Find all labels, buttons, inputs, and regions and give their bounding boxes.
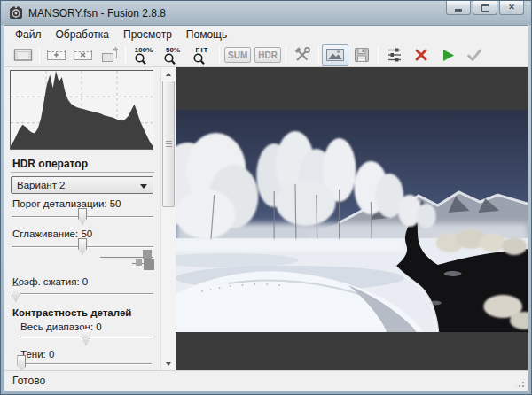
toolbar-separator — [378, 46, 379, 64]
add-frames-button[interactable] — [43, 44, 69, 66]
frame-button[interactable] — [10, 44, 36, 66]
menu-help[interactable]: Помощь — [179, 27, 234, 43]
divider — [11, 172, 154, 173]
apply-icon — [466, 47, 483, 63]
widget-handle[interactable] — [136, 259, 142, 266]
hdr-variant-select[interactable]: Вариант 2 — [11, 176, 153, 194]
menu-processing[interactable]: Обработка — [49, 27, 117, 43]
widget-handle[interactable] — [144, 259, 154, 270]
scroll-down-button[interactable] — [161, 357, 176, 370]
compression-label: Коэф. сжатия: 0 — [12, 276, 88, 287]
preview-image-button[interactable] — [322, 44, 348, 66]
client-area: Файл Обработка Просмотр Помощь — [4, 25, 528, 391]
toolbar-separator — [125, 46, 126, 64]
menu-file[interactable]: Файл — [8, 27, 49, 43]
title-bar[interactable]: MANSORY.fsn - Fusion 2.8.8 ✕ — [1, 1, 531, 25]
detail-threshold-label: Порог детализации: 50 — [12, 198, 121, 209]
hdr-variant-value: Вариант 2 — [17, 180, 66, 190]
slider-track — [12, 293, 153, 294]
adjustments-button[interactable] — [381, 44, 408, 66]
slider-compression[interactable] — [12, 293, 153, 295]
scrollbar-grip-icon — [166, 141, 172, 147]
panel-scrollbar[interactable] — [160, 67, 176, 370]
zoom-100-icon: 100% — [131, 45, 156, 66]
slider-thumb[interactable] — [78, 238, 87, 255]
cancel-icon — [413, 47, 429, 63]
svg-text:100%: 100% — [134, 46, 152, 54]
chevron-down-icon — [140, 184, 147, 192]
close-icon: ✕ — [508, 4, 515, 12]
app-window: MANSORY.fsn - Fusion 2.8.8 ✕ Файл Обрабо… — [0, 0, 532, 395]
hdr-operator-title: HDR оператор — [12, 158, 88, 170]
slider-thumb[interactable] — [82, 329, 90, 345]
scroll-up-button[interactable] — [161, 67, 176, 81]
app-icon — [9, 6, 23, 20]
window-title: MANSORY.fsn - Fusion 2.8.8 — [28, 7, 166, 19]
tools-icon — [293, 46, 312, 64]
close-button[interactable]: ✕ — [499, 1, 524, 15]
zoom-50-icon: 50% — [160, 45, 185, 66]
menu-bar: Файл Обработка Просмотр Помощь — [4, 26, 528, 43]
scrollbar-thumb[interactable] — [162, 81, 175, 207]
slider-detail-threshold[interactable] — [12, 216, 153, 218]
winter-landscape-photo — [176, 110, 528, 332]
parameters-panel: HDR оператор Вариант 2 Порог детализации… — [4, 67, 160, 370]
run-button[interactable] — [434, 44, 461, 66]
align-frames-icon — [98, 46, 120, 64]
zoom-fit-icon: FIT — [190, 45, 215, 66]
zoom-50-button[interactable]: 50% — [158, 44, 187, 66]
arrow-up-icon — [166, 73, 171, 76]
content-area: HDR оператор Вариант 2 Порог детализации… — [4, 67, 528, 370]
minimize-icon — [455, 9, 462, 12]
menu-view[interactable]: Просмотр — [116, 27, 179, 43]
slider-track — [20, 363, 152, 364]
apply-button[interactable] — [461, 44, 488, 66]
save-button[interactable] — [348, 44, 375, 66]
arrow-down-icon — [166, 362, 171, 366]
tools-button[interactable] — [289, 44, 316, 66]
slider-full-range[interactable] — [20, 337, 152, 338]
status-bar: Готово — [4, 370, 528, 391]
hdr-toggle-button[interactable]: HDR — [254, 47, 281, 63]
toolbar-separator — [286, 46, 286, 64]
align-frames-button[interactable] — [96, 44, 122, 66]
widget-handle[interactable] — [143, 250, 152, 259]
toolbar-separator — [318, 46, 319, 64]
svg-text:50%: 50% — [165, 46, 179, 54]
sum-toggle-button[interactable]: SUM — [224, 47, 251, 63]
fine-tune-widget[interactable] — [100, 247, 155, 272]
svg-text:FIT: FIT — [195, 46, 208, 54]
toolbar-separator — [39, 46, 40, 64]
add-frames-icon — [46, 46, 66, 64]
remove-frames-button[interactable] — [69, 44, 96, 66]
contrast-section-title: Контрастность деталей — [12, 307, 131, 318]
minimize-button[interactable] — [446, 1, 471, 15]
maximize-button[interactable] — [473, 1, 497, 15]
slider-thumb[interactable] — [12, 285, 20, 302]
toolbar: 100% 50% FIT SUM — [4, 43, 528, 67]
adjustments-icon — [386, 46, 403, 64]
run-icon — [440, 47, 456, 63]
save-icon — [353, 46, 371, 64]
remove-frames-icon — [73, 46, 93, 64]
maximize-icon — [481, 4, 489, 12]
slider-thumb[interactable] — [78, 208, 87, 225]
zoom-fit-button[interactable]: FIT — [187, 44, 216, 66]
resize-grip[interactable] — [514, 377, 526, 389]
toolbar-separator — [219, 46, 220, 64]
photo-canvas — [176, 110, 528, 332]
image-preview-area — [176, 67, 528, 370]
histogram — [10, 70, 153, 150]
preview-image-icon — [325, 47, 345, 63]
status-text: Готово — [12, 375, 45, 387]
slider-shadows[interactable] — [20, 363, 152, 365]
smoothing-label: Сглаживание: 50 — [12, 228, 92, 239]
cancel-button[interactable] — [408, 44, 434, 66]
zoom-100-button[interactable]: 100% — [129, 44, 158, 66]
frame-icon — [12, 47, 34, 63]
